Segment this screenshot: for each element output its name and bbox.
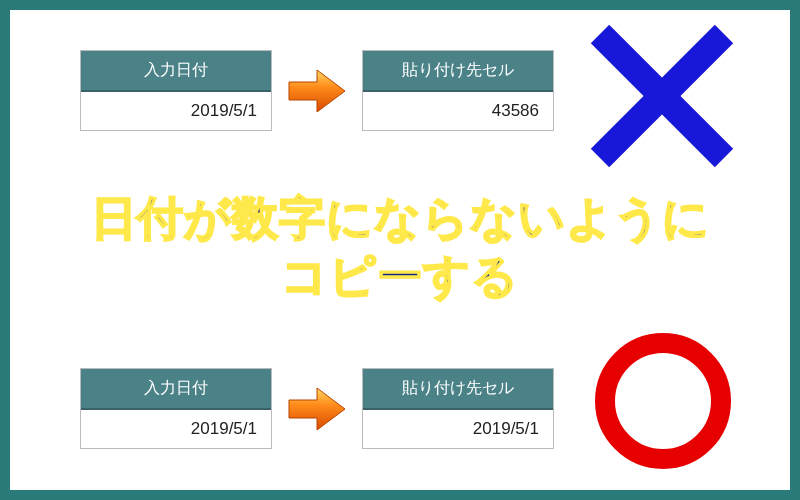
output-value-bottom: 2019/5/1 [363,410,553,448]
arrow-right-icon [285,66,349,116]
cross-icon [582,16,742,176]
input-cell-bottom: 入力日付 2019/5/1 [80,368,272,449]
example-row-correct: 入力日付 2019/5/1 貼り付け先セル 2019/5/1 [80,368,554,449]
output-cell-top: 貼り付け先セル 43586 [362,50,554,131]
input-header-top: 入力日付 [81,51,271,92]
headline-text: 日付が数字にならないように コピーする [10,190,790,305]
circle-mark-icon [588,326,738,480]
arrow-right-icon [285,384,349,434]
arrow-icon-bottom [272,384,362,434]
headline-line1: 日付が数字にならないように [91,192,710,244]
example-row-wrong: 入力日付 2019/5/1 貼り付け先セル 43586 [80,50,554,131]
output-cell-bottom: 貼り付け先セル 2019/5/1 [362,368,554,449]
output-header-bottom: 貼り付け先セル [363,369,553,410]
arrow-icon-top [272,66,362,116]
diagram-canvas: 入力日付 2019/5/1 貼り付け先セル 43586 [10,10,790,490]
svg-point-2 [605,343,721,459]
output-header-top: 貼り付け先セル [363,51,553,92]
headline-line2: コピーする [281,250,520,302]
input-cell-top: 入力日付 2019/5/1 [80,50,272,131]
x-mark-icon [582,16,742,180]
input-value-bottom: 2019/5/1 [81,410,271,448]
circle-icon [588,326,738,476]
output-value-top: 43586 [363,92,553,130]
input-value-top: 2019/5/1 [81,92,271,130]
input-header-bottom: 入力日付 [81,369,271,410]
